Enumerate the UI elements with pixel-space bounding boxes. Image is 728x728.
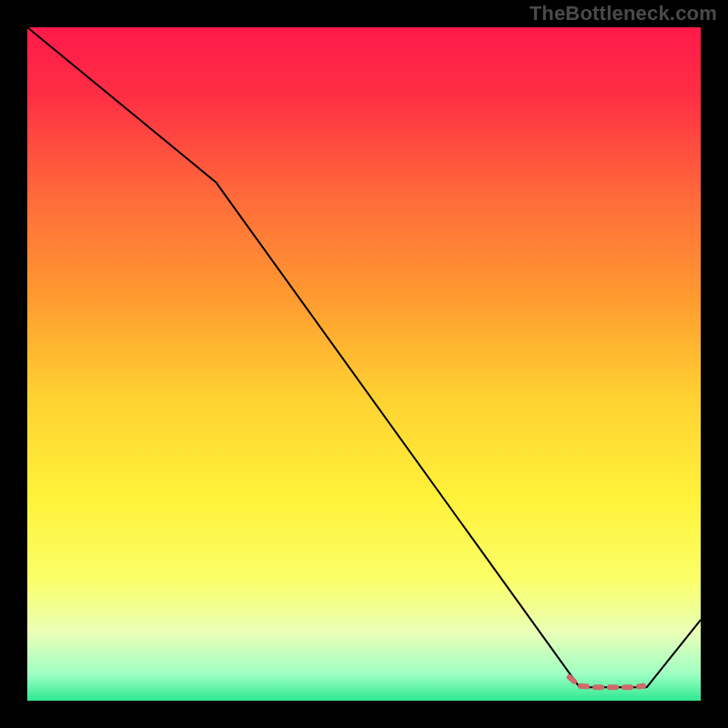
svg-rect-0 [27,27,701,701]
chart-svg [27,27,701,701]
watermark-text: TheBottleneck.com [530,2,717,25]
chart-plot [27,27,701,701]
chart-frame: TheBottleneck.com [0,0,728,728]
